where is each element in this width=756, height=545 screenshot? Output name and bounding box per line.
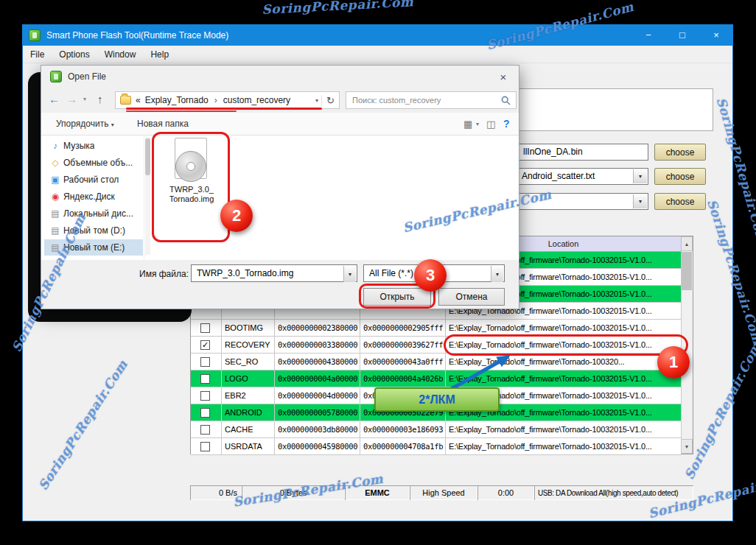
- end-address-cell: 0x000000003e186093: [360, 421, 446, 438]
- row-checkbox[interactable]: [200, 425, 210, 435]
- objects3d-icon: ◇: [49, 158, 61, 168]
- sidebar-item[interactable]: ▣Рабочий стол: [44, 172, 143, 188]
- location-cell[interactable]: E:\Explay_Tornado\off_firmware\Tornado-1…: [446, 354, 682, 370]
- close-button[interactable]: ×: [699, 24, 733, 46]
- filetype-dropdown-icon[interactable]: ▾: [491, 266, 503, 282]
- refresh-icon[interactable]: ↻: [321, 95, 339, 106]
- music-icon: ♪: [49, 141, 61, 151]
- dialog-titlebar[interactable]: Open File ×: [41, 66, 519, 88]
- history-dropdown-icon[interactable]: ▾: [83, 96, 86, 102]
- app-titlebar[interactable]: Smart Phone Flash Tool(Runtime Trace Mod…: [22, 24, 733, 46]
- choose-auth-button[interactable]: choose: [654, 193, 706, 210]
- new-folder-button[interactable]: Новая папка: [137, 119, 189, 129]
- folder-icon: [120, 96, 131, 105]
- partition-name-cell: EBR2: [222, 387, 275, 404]
- minimize-button[interactable]: −: [631, 24, 665, 46]
- chevron-down-icon: ▾: [111, 122, 114, 128]
- address-bar[interactable]: « Explay_Tornado › custom_recovery ▾ ↻: [115, 91, 340, 109]
- scroll-up-icon[interactable]: ▲: [681, 236, 693, 251]
- row-checkbox[interactable]: [200, 408, 210, 418]
- filename-value: TWRP_3.0_Tornado.img: [197, 268, 293, 278]
- choose-da-button[interactable]: choose: [654, 144, 706, 161]
- menu-file[interactable]: File: [23, 47, 52, 62]
- chevron-down-icon[interactable]: ▾: [633, 194, 647, 208]
- file-item[interactable]: TWRP_3.0_Tornado.img: [158, 138, 225, 220]
- sidebar-item[interactable]: ◇Объемные объ...: [44, 155, 143, 171]
- sidebar-item[interactable]: ◉Яндекс.Диск: [44, 189, 143, 205]
- location-cell[interactable]: E:\Explay_Tornado\off_firmware\Tornado-1…: [446, 337, 682, 354]
- sidebar-item[interactable]: ▤Новый том (D:): [44, 222, 143, 239]
- breadcrumb-folder[interactable]: Explay_Tornado: [145, 95, 209, 105]
- menu-window[interactable]: Window: [97, 47, 144, 62]
- screenshot-root: Smart Phone Flash Tool(Runtime Trace Mod…: [0, 0, 756, 545]
- organize-button[interactable]: Упорядочить ▾: [56, 119, 114, 129]
- back-button[interactable]: ←: [49, 93, 60, 105]
- table-row: USRDATA0x00000000459800000x000000004708a…: [191, 438, 682, 455]
- search-input[interactable]: Поиск: custom_recovery: [346, 91, 517, 109]
- table-row: LOGO0x0000000004a000000x0000000004a4026b…: [191, 370, 682, 387]
- sidebar-item[interactable]: ♪Музыка: [44, 138, 143, 154]
- da-file-value: llInOne_DA.bin: [523, 147, 583, 157]
- dialog-title: Open File: [68, 71, 106, 82]
- filetype-select[interactable]: All File (*.*) ▾: [363, 264, 505, 282]
- views-dropdown-icon[interactable]: ▾: [476, 121, 479, 127]
- watermark: SoringPcRepair.Com: [262, 0, 414, 17]
- row-checkbox[interactable]: [200, 442, 210, 451]
- scroll-thumb[interactable]: [145, 138, 150, 175]
- search-icon: [501, 96, 511, 105]
- chevron-down-icon[interactable]: ▾: [633, 169, 647, 183]
- organize-label: Упорядочить: [56, 119, 108, 129]
- end-address-cell: 0x00000000039627ff: [360, 337, 446, 354]
- cancel-button[interactable]: Отмена: [438, 288, 505, 306]
- start-address-cell: 0x0000000004d00000: [275, 387, 360, 404]
- table-row: ✓RECOVERY0x00000000033800000x00000000039…: [191, 337, 682, 354]
- start-address-cell: 0x0000000003380000: [275, 337, 360, 354]
- location-cell[interactable]: E:\Explay_Tornado\off_firmware\Tornado-1…: [446, 438, 682, 455]
- views-icon[interactable]: ▦: [463, 119, 472, 130]
- checkbox-cell: [191, 438, 222, 455]
- local-disk-icon: ▤: [49, 208, 61, 219]
- address-dropdown-icon[interactable]: ▾: [312, 97, 321, 104]
- dialog-close-button[interactable]: ×: [488, 66, 519, 88]
- start-address-cell: 0x000000003db80000: [275, 421, 360, 438]
- row-checkbox[interactable]: [200, 374, 210, 384]
- scroll-down-icon[interactable]: ▼: [681, 439, 693, 454]
- location-cell[interactable]: E:\Explay_Tornado\off_firmware\Tornado-1…: [446, 320, 682, 337]
- up-button[interactable]: ↑: [97, 93, 103, 105]
- sidebar-item-label: Объемные объ...: [63, 158, 133, 168]
- scroll-thumb[interactable]: [682, 252, 692, 290]
- open-button[interactable]: Открыть: [363, 288, 431, 306]
- partition-name-cell: CACHE: [222, 421, 275, 438]
- checkbox-cell: [191, 387, 222, 404]
- dialog-sidebar: ♪Музыка◇Объемные объ...▣Рабочий стол◉Янд…: [41, 136, 144, 260]
- filetype-value: All File (*.*): [369, 268, 413, 278]
- menu-options[interactable]: Options: [52, 47, 97, 62]
- partition-name-cell: RECOVERY: [222, 337, 275, 354]
- row-checkbox[interactable]: [200, 323, 210, 333]
- preview-pane-icon[interactable]: ◫: [486, 119, 495, 130]
- row-checkbox[interactable]: [200, 357, 210, 367]
- row-checkbox[interactable]: ✓: [200, 340, 210, 350]
- menu-help[interactable]: Help: [143, 47, 176, 62]
- sidebar-item-label: Музыка: [63, 141, 94, 151]
- choose-scatter-button[interactable]: choose: [654, 168, 706, 185]
- location-cell[interactable]: E:\Explay_Tornado\off_firmware\Tornado-1…: [446, 370, 682, 387]
- desktop-icon: ▣: [49, 175, 61, 185]
- location-cell[interactable]: E:\Explay_Tornado\off_firmware\Tornado-1…: [446, 421, 682, 438]
- maximize-button[interactable]: □: [665, 24, 699, 46]
- menu-bar: FileOptionsWindowHelp: [23, 46, 732, 63]
- filename-input[interactable]: TWRP_3.0_Tornado.img ▾: [191, 264, 357, 282]
- sidebar-item-label: Рабочий стол: [63, 175, 119, 185]
- sidebar-item-label: Новый том (D:): [63, 225, 125, 236]
- sidebar-item[interactable]: ▤Локальный дис...: [44, 205, 143, 222]
- help-icon[interactable]: ?: [503, 118, 510, 130]
- row-checkbox[interactable]: [200, 391, 210, 401]
- filename-dropdown-icon[interactable]: ▾: [343, 266, 356, 282]
- sidebar-scrollbar[interactable]: [145, 137, 150, 255]
- table-scrollbar[interactable]: ▲ ▼: [680, 236, 693, 454]
- scatter-file-value: Android_scatter.txt: [522, 171, 595, 181]
- forward-button[interactable]: →: [66, 93, 77, 105]
- checkbox-cell: [191, 370, 222, 387]
- breadcrumb-folder[interactable]: custom_recovery: [223, 95, 290, 105]
- sidebar-item[interactable]: ▤Новый том (E:): [44, 239, 143, 256]
